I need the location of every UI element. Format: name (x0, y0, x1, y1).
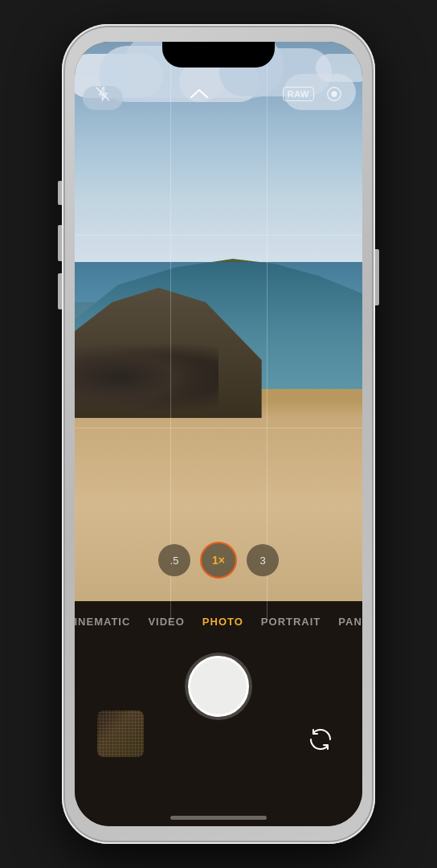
flash-button[interactable] (89, 80, 116, 108)
zoom-point5-button[interactable]: .5 (158, 544, 190, 576)
shutter-area (75, 656, 362, 717)
chevron-up-icon (190, 88, 209, 99)
svg-point-1 (331, 91, 337, 96)
zoom-controls: .5 1× 3 (158, 542, 279, 579)
live-photo-icon (325, 85, 343, 103)
phone-outer: RAW .5 1× 3 (62, 24, 375, 844)
zoom-3x-button[interactable]: 3 (247, 544, 279, 576)
notch (162, 42, 275, 68)
volume-down-button[interactable] (58, 273, 62, 309)
live-photo-button[interactable] (321, 80, 348, 108)
volume-up-button[interactable] (58, 225, 62, 261)
bottom-panel: CINEMATIC VIDEO PHOTO PORTRAIT PANO (75, 601, 362, 826)
flip-camera-button[interactable] (301, 720, 340, 759)
last-photo-thumbnail[interactable] (97, 710, 144, 757)
shutter-button[interactable] (188, 656, 249, 717)
raw-button[interactable]: RAW (283, 87, 314, 101)
thumbnail-image (97, 710, 144, 757)
power-button[interactable] (375, 249, 379, 305)
expand-button[interactable] (190, 88, 209, 101)
home-indicator (170, 816, 267, 820)
top-controls-bar: RAW (75, 74, 362, 114)
flip-camera-icon (308, 727, 333, 752)
viewfinder[interactable] (75, 42, 362, 620)
flash-icon (95, 86, 111, 102)
grid-overlay (75, 42, 362, 620)
phone-screen: RAW .5 1× 3 (75, 42, 362, 826)
top-right-controls: RAW (283, 80, 348, 108)
zoom-1x-button[interactable]: 1× (200, 542, 237, 579)
silent-switch (58, 181, 62, 205)
